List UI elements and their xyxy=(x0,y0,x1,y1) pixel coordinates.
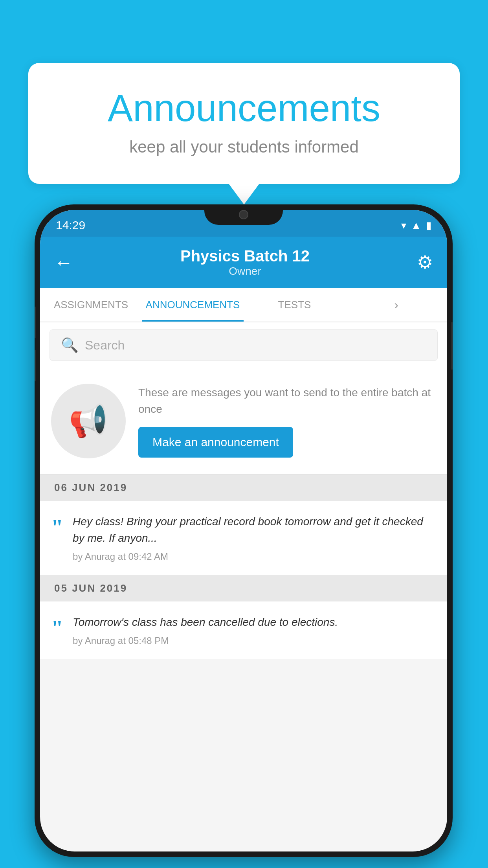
announcement-content-2: Tomorrow's class has been cancelled due … xyxy=(73,614,436,646)
status-time: 14:29 xyxy=(56,219,85,232)
announcement-text-2: Tomorrow's class has been cancelled due … xyxy=(73,614,436,631)
signal-icon: ▲ xyxy=(411,219,421,232)
app-header: ← Physics Batch 12 Owner ⚙ xyxy=(40,237,447,288)
battery-icon: ▮ xyxy=(426,219,431,232)
volume-down-button[interactable] xyxy=(35,350,36,381)
speech-bubble-subtitle: keep all your students informed xyxy=(60,138,428,156)
wifi-icon: ▾ xyxy=(401,219,406,232)
header-title-group: Physics Batch 12 Owner xyxy=(180,247,310,278)
tab-more[interactable]: › xyxy=(345,288,447,322)
megaphone-icon: 📢 xyxy=(69,403,108,440)
announcement-meta-1: by Anurag at 09:42 AM xyxy=(73,551,436,562)
tab-assignments[interactable]: ASSIGNMENTS xyxy=(40,288,142,322)
search-placeholder: Search xyxy=(85,338,125,353)
announcement-content-1: Hey class! Bring your practical record b… xyxy=(73,513,436,562)
search-container: 🔍 Search xyxy=(40,322,447,368)
quote-icon-1: " xyxy=(51,517,63,539)
phone-frame: 14:29 ▾ ▲ ▮ ← Physics Batch 12 Owner ⚙ A… xyxy=(35,204,453,857)
announcement-prompt: 📢 These are messages you want to send to… xyxy=(40,368,447,474)
settings-button[interactable]: ⚙ xyxy=(417,252,433,273)
date-separator-1: 06 JUN 2019 xyxy=(40,474,447,501)
tab-announcements[interactable]: ANNOUNCEMENTS xyxy=(142,288,244,322)
tab-tests[interactable]: TESTS xyxy=(244,288,345,322)
tab-bar: ASSIGNMENTS ANNOUNCEMENTS TESTS › xyxy=(40,288,447,322)
announcement-text-1: Hey class! Bring your practical record b… xyxy=(73,513,436,546)
announcement-item-1[interactable]: " Hey class! Bring your practical record… xyxy=(40,501,447,575)
make-announcement-button[interactable]: Make an announcement xyxy=(138,427,293,458)
power-button[interactable] xyxy=(451,322,453,370)
volume-up-button[interactable] xyxy=(35,307,36,338)
date-separator-2: 05 JUN 2019 xyxy=(40,575,447,601)
header-title: Physics Batch 12 xyxy=(180,247,310,265)
phone-notch xyxy=(204,204,283,225)
announcement-item-2[interactable]: " Tomorrow's class has been cancelled du… xyxy=(40,601,447,659)
announcement-meta-2: by Anurag at 05:48 PM xyxy=(73,635,436,646)
announcement-right: These are messages you want to send to t… xyxy=(138,384,436,458)
quote-icon-2: " xyxy=(51,617,63,639)
speech-bubble-title: Announcements xyxy=(60,86,428,130)
search-icon: 🔍 xyxy=(61,337,79,353)
back-button[interactable]: ← xyxy=(54,252,73,273)
search-bar[interactable]: 🔍 Search xyxy=(50,329,438,361)
header-subtitle: Owner xyxy=(180,265,310,278)
front-camera xyxy=(239,210,248,219)
speech-bubble-card: Announcements keep all your students inf… xyxy=(28,63,460,184)
announce-description: These are messages you want to send to t… xyxy=(138,384,436,417)
phone-screen: 14:29 ▾ ▲ ▮ ← Physics Batch 12 Owner ⚙ A… xyxy=(40,210,447,851)
announce-icon-circle: 📢 xyxy=(51,384,126,458)
status-icons: ▾ ▲ ▮ xyxy=(401,219,431,232)
